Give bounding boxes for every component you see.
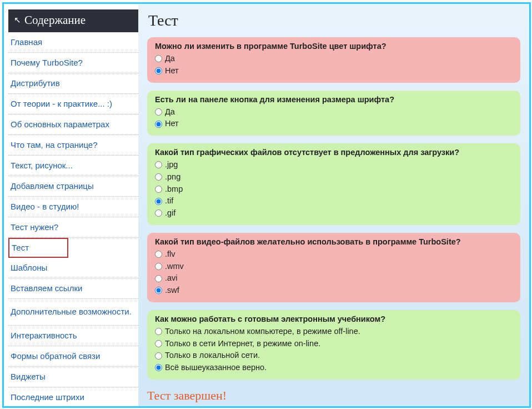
question-text: Какой тип видео-файлов желательно исполь… [155, 237, 513, 246]
answer-option[interactable]: Да [155, 106, 513, 118]
answer-radio[interactable] [155, 340, 162, 347]
question-text: Как можно работать с готовым электронным… [155, 315, 513, 323]
sidebar-link[interactable]: Интерактивность [11, 331, 77, 340]
answer-radio[interactable] [155, 186, 162, 193]
main-content: Тест Можно ли изменить в программе Turbo… [138, 4, 529, 406]
app-frame: ↖ Содержание ГлавнаяПочему TurboSite?Дис… [2, 2, 531, 408]
answer-option[interactable]: .bmp [155, 183, 513, 196]
sidebar-item[interactable]: Вставляем ссылки [8, 278, 138, 299]
answer-option[interactable]: .avi [155, 272, 513, 285]
sidebar-link[interactable]: Формы обратной связи [11, 351, 100, 361]
answer-radio[interactable] [155, 121, 162, 128]
question-text: Есть ли на панеле кнопка для изменения р… [155, 95, 513, 104]
sidebar-link[interactable]: Дополнительные возможности. [11, 307, 132, 316]
answer-radio[interactable] [155, 198, 162, 205]
answer-radio[interactable] [155, 55, 162, 62]
answer-option[interactable]: .swf [155, 285, 513, 297]
sidebar-link[interactable]: От теории - к практике... :) [11, 99, 112, 108]
answer-label: .tif [165, 195, 173, 207]
answer-radio[interactable] [155, 108, 162, 116]
answer-radio[interactable] [155, 161, 162, 168]
sidebar-link[interactable]: Виджеты [11, 372, 46, 381]
sidebar-link[interactable]: Вставляем ссылки [11, 283, 82, 293]
answer-radio[interactable] [155, 67, 162, 74]
sidebar-item[interactable]: Дополнительные возможности. [8, 299, 138, 326]
answer-radio[interactable] [155, 275, 162, 282]
answer-option[interactable]: .flv [155, 248, 513, 261]
answer-radio[interactable] [155, 364, 162, 371]
sidebar-link[interactable]: Последние штрихи [11, 392, 84, 402]
sidebar-link[interactable]: Видео - в студию! [11, 202, 79, 211]
answer-label: .wmv [165, 261, 184, 273]
answer-label: .swf [165, 285, 179, 297]
answer-option[interactable]: Да [155, 53, 513, 65]
sidebar: ↖ Содержание ГлавнаяПочему TurboSite?Дис… [4, 4, 138, 406]
answer-option[interactable]: Только в локальной сети. [155, 350, 513, 362]
sidebar-link[interactable]: Шаблоны [11, 263, 47, 272]
answer-label: Только на локальном компьютере, в режиме… [165, 326, 360, 338]
sidebar-item[interactable]: Тест нужен? [8, 217, 138, 238]
answer-radio[interactable] [155, 251, 162, 258]
sidebar-item[interactable]: Шаблоны [8, 258, 138, 278]
answer-radio[interactable] [155, 328, 162, 335]
sidebar-link[interactable]: Об основных параметрах [11, 119, 109, 129]
answer-label: .png [165, 171, 180, 183]
answer-option[interactable]: Всё вышеуказанное верно. [155, 362, 513, 374]
sidebar-link[interactable]: Текст, рисунок... [11, 161, 73, 170]
answer-radio[interactable] [155, 210, 162, 217]
answer-radio[interactable] [155, 352, 162, 360]
sidebar-link[interactable]: Тест [12, 243, 29, 252]
sidebar-link[interactable]: Тест нужен? [11, 222, 58, 232]
answer-option[interactable]: .gif [155, 207, 513, 220]
answer-label: Всё вышеуказанное верно. [165, 362, 267, 374]
sidebar-link[interactable]: Почему TurboSite? [11, 58, 83, 67]
answer-option[interactable]: .wmv [155, 261, 513, 273]
question-block: Какой тип графических файлов отсутствует… [147, 143, 520, 225]
answer-option[interactable]: Нет [155, 118, 513, 130]
answer-radio[interactable] [155, 173, 162, 181]
test-complete-heading: Тест завершен! [147, 387, 520, 405]
answer-option[interactable]: Нет [155, 65, 513, 77]
sidebar-item[interactable]: Дистрибутив [8, 73, 138, 94]
question-text: Какой тип графических файлов отсутствует… [155, 148, 513, 157]
answer-option[interactable]: .jpg [155, 159, 513, 171]
sidebar-item[interactable]: Видео - в студию! [8, 197, 138, 217]
sidebar-title: Содержание [24, 13, 86, 27]
answer-option[interactable]: .tif [155, 195, 513, 207]
sidebar-item[interactable]: Об основных параметрах [8, 114, 138, 135]
sidebar-item[interactable]: Формы обратной связи [8, 346, 138, 367]
sidebar-item[interactable]: Что там, на странице? [8, 135, 138, 156]
sidebar-item[interactable]: Последние штрихи [8, 387, 138, 408]
sidebar-link[interactable]: Что там, на странице? [11, 140, 98, 149]
sidebar-link[interactable]: Дистрибутив [11, 78, 60, 88]
question-text: Можно ли изменить в программе TurboSite … [155, 42, 513, 51]
sidebar-item[interactable]: Виджеты [8, 367, 138, 387]
answer-label: Да [165, 53, 175, 65]
sidebar-link[interactable]: Главная [11, 37, 42, 47]
answer-label: Нет [165, 65, 179, 77]
cursor-icon: ↖ [14, 15, 21, 25]
sidebar-link[interactable]: Добавляем страницы [11, 181, 94, 191]
answer-option[interactable]: .png [155, 171, 513, 183]
page-title: Тест [148, 12, 520, 29]
answer-radio[interactable] [155, 287, 162, 294]
sidebar-item[interactable]: Текст, рисунок... [8, 156, 138, 176]
sidebar-item[interactable]: От теории - к практике... :) [8, 94, 138, 114]
question-block: Как можно работать с готовым электронным… [147, 310, 520, 380]
answer-label: .jpg [165, 159, 178, 171]
answer-label: Да [165, 106, 175, 118]
sidebar-item[interactable]: Главная [8, 32, 138, 53]
questions-container: Можно ли изменить в программе TurboSite … [147, 37, 520, 380]
sidebar-header: ↖ Содержание [8, 9, 138, 32]
answer-label: .gif [165, 207, 175, 220]
answer-option[interactable]: Только на локальном компьютере, в режиме… [155, 326, 513, 338]
sidebar-item[interactable]: Добавляем страницы [8, 176, 138, 197]
sidebar-item[interactable]: Почему TurboSite? [8, 53, 138, 73]
sidebar-item[interactable]: Интерактивность [8, 326, 138, 346]
sidebar-item[interactable]: Тест [8, 238, 68, 258]
answer-label: .avi [165, 272, 178, 285]
nav-list: ГлавнаяПочему TurboSite?ДистрибутивОт те… [8, 32, 138, 408]
answer-option[interactable]: Только в сети Интернет, в режиме on-line… [155, 338, 513, 350]
answer-radio[interactable] [155, 263, 162, 270]
results-block: Тест завершен! Всего вопросов: 5 Правиль… [147, 387, 520, 406]
